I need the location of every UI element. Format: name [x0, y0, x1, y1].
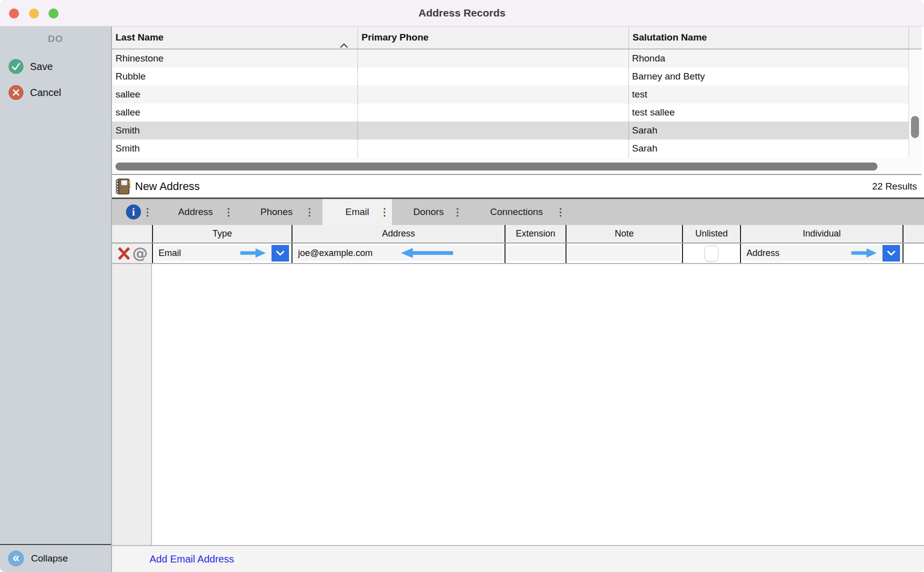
- tab-separator-dots: ⋮: [452, 199, 462, 225]
- row-header-column: [112, 264, 152, 545]
- cell-last-name: Smith: [112, 140, 358, 158]
- cell-last-name: Rubble: [112, 68, 358, 86]
- table-row-selected[interactable]: Smith Sarah: [112, 122, 908, 140]
- cell-primary-phone: [358, 140, 628, 158]
- address-book-icon: [114, 178, 132, 196]
- note-cell: [566, 244, 682, 263]
- individual-dropdown-button[interactable]: [882, 245, 900, 262]
- vertical-scrollbar: [908, 50, 922, 158]
- window-title: Address Records: [0, 0, 924, 26]
- type-dropdown-field[interactable]: Email: [154, 246, 272, 261]
- section-title: New Address: [135, 175, 200, 198]
- sidebar: DO Save Cancel « Collapse: [0, 26, 112, 572]
- row-header-cell: @: [112, 244, 152, 263]
- save-button[interactable]: Save: [0, 59, 111, 74]
- title-bar: Address Records: [0, 0, 924, 26]
- cell-primary-phone: [358, 122, 628, 140]
- cancel-button[interactable]: Cancel: [0, 85, 111, 100]
- tab-separator-dots: ⋮: [380, 199, 390, 225]
- email-at-icon: @: [132, 244, 148, 263]
- add-email-address-link[interactable]: Add Email Address: [150, 546, 234, 572]
- save-button-label: Save: [30, 59, 53, 74]
- cell-primary-phone: [358, 104, 628, 122]
- annotation-arrow-right-icon: [850, 248, 878, 261]
- tail-cell: [902, 244, 924, 263]
- detail-section-header: New Address 22 Results: [112, 175, 924, 199]
- collapse-button-label: Collapse: [31, 545, 68, 572]
- annotation-arrow-left-icon: [400, 247, 454, 261]
- cell-salutation-name: Barney and Betty: [628, 68, 908, 86]
- annotation-arrow-right-icon: [238, 248, 268, 261]
- cell-primary-phone: [358, 68, 628, 86]
- cell-last-name: sallee: [112, 104, 358, 122]
- horizontal-scrollbar-thumb[interactable]: [116, 162, 878, 170]
- detail-table-header: Type Address Extension Note Unlisted Ind…: [112, 225, 924, 244]
- table-row[interactable]: Rubble Barney and Betty: [112, 68, 908, 86]
- results-count: 22 Results: [872, 175, 917, 198]
- cell-last-name: Smith: [112, 122, 358, 140]
- horizontal-scrollbar: [112, 158, 922, 175]
- type-cell: Email: [152, 244, 292, 263]
- cell-primary-phone: [358, 50, 628, 68]
- individual-dropdown-field[interactable]: Address: [742, 246, 882, 261]
- cell-salutation-name: test: [628, 86, 908, 104]
- table-row[interactable]: sallee test: [112, 86, 908, 104]
- tab-connections[interactable]: Connections ⋮: [465, 199, 568, 225]
- column-header-salutation-name[interactable]: Salutation Name: [628, 26, 908, 48]
- address-cell: joe@example.com: [292, 244, 504, 263]
- table-row[interactable]: Smith Sarah: [112, 140, 908, 158]
- cell-salutation-name: test sallee: [628, 104, 908, 122]
- unlisted-cell: [682, 244, 740, 263]
- detail-header-unlisted: Unlisted: [682, 225, 740, 242]
- info-icon: i: [126, 204, 141, 220]
- records-table: Rhinestone Rhonda Rubble Barney and Bett…: [112, 50, 908, 158]
- tab-separator-dots: ⋮: [556, 199, 566, 225]
- tab-phones[interactable]: Phones ⋮: [236, 199, 317, 225]
- save-check-icon: [8, 59, 24, 74]
- delete-row-button[interactable]: [116, 246, 132, 261]
- cancel-x-icon: [8, 85, 24, 100]
- email-address-input[interactable]: joe@example.com: [294, 246, 503, 261]
- tab-email-selected[interactable]: Email ⋮: [322, 199, 392, 225]
- detail-header-note: Note: [566, 225, 682, 242]
- cell-salutation-name: Rhonda: [628, 50, 908, 68]
- type-dropdown-button[interactable]: [272, 245, 289, 262]
- detail-header-extension: Extension: [504, 225, 566, 242]
- collapse-chevrons-icon: «: [8, 550, 24, 566]
- column-header-spacer: [908, 26, 922, 48]
- info-button[interactable]: i ⋮: [112, 199, 155, 225]
- collapse-button[interactable]: « Collapse: [0, 545, 111, 572]
- cell-last-name: sallee: [112, 86, 358, 104]
- column-header-last-name[interactable]: Last Name: [112, 26, 358, 48]
- extension-input[interactable]: [507, 246, 564, 261]
- table-row[interactable]: sallee test sallee: [112, 104, 908, 122]
- unlisted-checkbox[interactable]: [704, 246, 718, 262]
- detail-tab-bar: i ⋮ Address ⋮ Phones ⋮ Email ⋮ Donors ⋮ …: [112, 199, 924, 225]
- tab-address[interactable]: Address ⋮: [155, 199, 236, 225]
- extension-cell: [504, 244, 566, 263]
- tab-separator-dots: ⋮: [224, 199, 234, 225]
- email-record-row: @ Email joe@example.com: [112, 244, 924, 264]
- cell-salutation-name: Sarah: [628, 140, 908, 158]
- app-window: Address Records DO Save Cancel « Collaps…: [0, 0, 924, 572]
- tab-separator-dots: ⋮: [142, 199, 152, 225]
- tab-donors[interactable]: Donors ⋮: [392, 199, 465, 225]
- detail-header-tail: [902, 225, 924, 242]
- cell-last-name: Rhinestone: [112, 50, 358, 68]
- records-table-header: Last Name Primary Phone Salutation Name: [112, 26, 922, 50]
- cell-primary-phone: [358, 86, 628, 104]
- cancel-button-label: Cancel: [30, 85, 61, 100]
- detail-table-body: [112, 264, 924, 545]
- note-input[interactable]: [568, 246, 680, 261]
- table-row[interactable]: Rhinestone Rhonda: [112, 50, 908, 68]
- sidebar-header: DO: [0, 34, 111, 44]
- cell-salutation-name: Sarah: [628, 122, 908, 140]
- vertical-scrollbar-thumb[interactable]: [911, 116, 919, 138]
- column-header-primary-phone[interactable]: Primary Phone: [358, 26, 628, 48]
- detail-header-type: Type: [152, 225, 292, 242]
- detail-header-address: Address: [292, 225, 504, 242]
- individual-cell: Address: [740, 244, 902, 263]
- detail-header-spacer: [112, 225, 152, 242]
- detail-footer: Add Email Address: [112, 545, 924, 572]
- tab-separator-dots: ⋮: [304, 199, 314, 225]
